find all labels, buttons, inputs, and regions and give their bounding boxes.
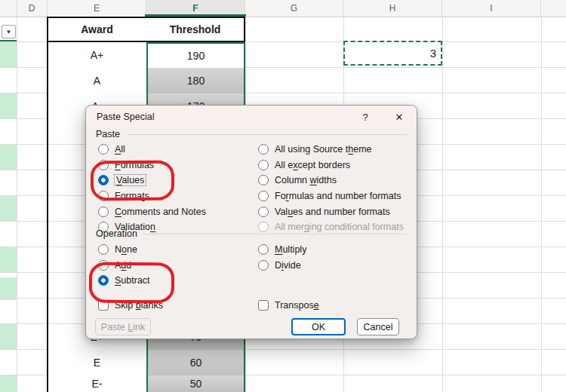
radio-icon: [258, 244, 269, 255]
column-gridline: [541, 17, 542, 392]
radio-formats[interactable]: Formats: [98, 188, 206, 204]
radio-column-widths[interactable]: Column widths: [258, 173, 404, 188]
banded-row: [0, 145, 17, 170]
radio-icon: [98, 144, 109, 155]
table-left-border: [47, 17, 48, 392]
radio-formulas[interactable]: Formulas: [98, 158, 206, 173]
banded-row: [0, 324, 17, 350]
cell-threshold[interactable]: 180: [146, 68, 245, 93]
radio-values-and-number-formats[interactable]: Values and number formats: [258, 204, 404, 219]
banded-row: [0, 247, 17, 272]
copied-cell[interactable]: 3: [343, 41, 442, 66]
checkbox-skip-blanks[interactable]: Skip blanks: [98, 299, 163, 311]
radio-all[interactable]: All: [98, 142, 206, 158]
operation-group-header: Operation: [96, 228, 407, 239]
radio-all-except-borders[interactable]: All except borders: [258, 158, 404, 173]
radio-icon: [258, 144, 269, 155]
table-header-underline: [0, 40, 17, 41]
dialog-title: Paste Special: [97, 112, 154, 122]
banded-row: [0, 375, 17, 392]
cell-award[interactable]: A+: [48, 42, 146, 68]
checkbox-icon: [258, 300, 269, 311]
column-gridline: [442, 17, 443, 392]
operation-options-right: Multiply Divide: [258, 242, 306, 273]
paste-options-right: All using Source theme All except border…: [258, 142, 404, 235]
radio-icon: [258, 191, 269, 201]
radio-add[interactable]: Add: [98, 258, 150, 274]
checkbox-icon: [98, 300, 109, 311]
group-rule: [144, 234, 407, 234]
radio-icon: [98, 260, 109, 271]
paste-link-button: Paste Link: [95, 318, 151, 335]
cell-threshold[interactable]: 60: [146, 350, 245, 375]
radio-icon: [258, 207, 269, 217]
checkbox-transpose[interactable]: Transpose: [258, 299, 319, 311]
radio-icon: [258, 160, 269, 170]
excel-window: D E F G H I ▼ Award Threshold A+ A A- E+…: [0, 0, 566, 392]
operation-group-label: Operation: [96, 228, 137, 239]
radio-comments-and-notes[interactable]: Comments and Notes: [98, 204, 206, 219]
cell-award[interactable]: A: [48, 68, 146, 93]
banded-row: [0, 277, 17, 300]
radio-selected-icon: [98, 275, 109, 286]
paste-group-label: Paste: [96, 129, 120, 139]
paste-options-left: All Formulas Values Formats Comments and…: [98, 142, 206, 235]
paste-group-header: Paste: [96, 129, 407, 139]
radio-icon: [98, 160, 109, 170]
radio-all-using-source-theme[interactable]: All using Source theme: [258, 142, 404, 158]
cancel-button[interactable]: Cancel: [357, 318, 399, 335]
cell-award[interactable]: E-: [48, 375, 146, 392]
ok-button[interactable]: OK: [291, 318, 346, 335]
radio-formulas-and-number-formats[interactable]: Formulas and number formats: [258, 188, 404, 204]
operation-options-left: None Add Subtract: [98, 242, 150, 289]
banded-row: [0, 93, 17, 118]
column-gridline: [17, 17, 17, 392]
column-header-e[interactable]: E: [48, 0, 146, 17]
radio-none[interactable]: None: [98, 242, 150, 258]
cell-award[interactable]: E: [48, 350, 146, 375]
radio-icon: [258, 260, 269, 271]
column-header-corner: [0, 0, 17, 17]
close-icon[interactable]: ✕: [388, 106, 411, 128]
cell-award-header[interactable]: Award: [48, 17, 146, 42]
radio-values[interactable]: Values: [98, 173, 206, 188]
radio-selected-icon: [98, 175, 109, 185]
banded-row: [0, 42, 17, 67]
radio-icon: [98, 244, 109, 255]
column-header-h[interactable]: H: [343, 0, 442, 17]
filter-dropdown-icon[interactable]: ▼: [2, 25, 16, 38]
cell-threshold[interactable]: 50: [146, 375, 245, 392]
column-header-d[interactable]: D: [17, 0, 48, 17]
radio-icon: [98, 191, 109, 201]
selected-column-indicator: [145, 14, 246, 17]
cell-threshold-header[interactable]: Threshold: [146, 17, 245, 42]
radio-icon: [258, 175, 269, 185]
column-header-i[interactable]: I: [442, 0, 541, 17]
help-icon[interactable]: ?: [355, 106, 376, 128]
radio-multiply[interactable]: Multiply: [258, 242, 306, 258]
banded-row: [0, 196, 17, 221]
cell-threshold-active[interactable]: 190: [146, 42, 245, 68]
radio-subtract[interactable]: Subtract: [98, 273, 150, 289]
radio-icon: [98, 207, 109, 217]
radio-divide[interactable]: Divide: [258, 258, 306, 274]
paste-special-dialog: Paste Special ? ✕ Paste All Formulas Val…: [85, 105, 417, 339]
group-rule: [127, 134, 407, 135]
column-header-g[interactable]: G: [245, 0, 343, 17]
